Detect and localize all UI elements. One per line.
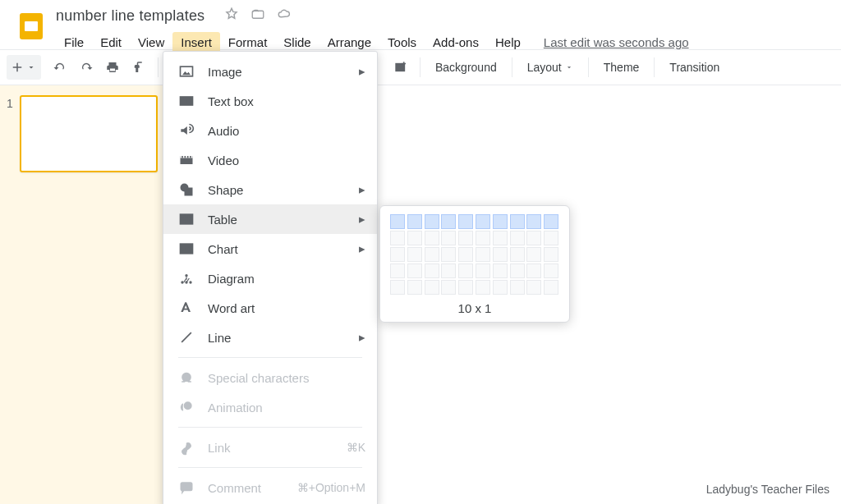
table-cell[interactable]	[544, 280, 558, 295]
menu-file[interactable]: File	[56, 32, 92, 53]
theme-button[interactable]: Theme	[595, 55, 648, 80]
insert-word-art[interactable]: Word art	[163, 293, 377, 323]
table-cell[interactable]	[526, 280, 541, 295]
undo-button[interactable]	[48, 55, 72, 80]
table-cell[interactable]	[526, 247, 541, 262]
table-cell[interactable]	[425, 263, 439, 278]
table-cell[interactable]	[493, 247, 508, 262]
svg-point-15	[185, 402, 191, 409]
insert-video[interactable]: Video	[163, 145, 377, 175]
slide-thumbnail[interactable]	[20, 95, 158, 172]
menu-format[interactable]: Format	[220, 32, 276, 53]
table-cell[interactable]	[493, 214, 508, 229]
table-cell[interactable]	[390, 214, 405, 229]
insert-diagram[interactable]: Diagram	[163, 263, 377, 293]
table-cell[interactable]	[407, 280, 422, 295]
table-icon	[178, 211, 195, 227]
insert-audio[interactable]: Audio	[163, 116, 377, 145]
menu-arrange[interactable]: Arrange	[319, 32, 379, 53]
table-cell[interactable]	[493, 231, 508, 245]
svg-rect-2	[253, 11, 264, 18]
table-cell[interactable]	[458, 280, 473, 295]
menu-view[interactable]: View	[130, 32, 172, 53]
layout-button[interactable]: Layout	[519, 55, 581, 80]
table-cell[interactable]	[390, 247, 405, 262]
table-cell[interactable]	[544, 231, 558, 245]
table-cell[interactable]	[425, 214, 439, 229]
table-cell[interactable]	[441, 231, 456, 245]
menu-item-label: Word art	[208, 301, 255, 315]
table-cell[interactable]	[510, 280, 525, 295]
move-icon[interactable]	[250, 7, 265, 25]
svg-rect-3	[396, 64, 405, 71]
menu-edit[interactable]: Edit	[92, 32, 130, 53]
table-cell[interactable]	[544, 263, 558, 278]
table-cell[interactable]	[441, 263, 456, 278]
table-cell[interactable]	[441, 214, 456, 229]
table-cell[interactable]	[407, 247, 422, 262]
table-cell[interactable]	[458, 263, 473, 278]
star-icon[interactable]	[224, 7, 239, 25]
table-cell[interactable]	[441, 280, 456, 295]
table-cell[interactable]	[476, 247, 490, 262]
menu-insert[interactable]: Insert	[172, 32, 220, 53]
table-cell[interactable]	[476, 280, 490, 295]
insert-table[interactable]: Table▸	[163, 204, 377, 234]
cloud-status-icon[interactable]	[277, 7, 292, 25]
table-cell[interactable]	[544, 214, 558, 229]
shape-icon	[178, 181, 195, 198]
svg-point-11	[181, 281, 183, 283]
table-cell[interactable]	[458, 231, 473, 245]
menu-item-label: Audio	[208, 124, 239, 138]
table-cell[interactable]	[390, 263, 405, 278]
insert-line[interactable]: Line▸	[163, 323, 377, 352]
insert-shape[interactable]: Shape▸	[163, 175, 377, 204]
menu-item-label: Image	[208, 65, 242, 79]
table-cell[interactable]	[476, 214, 490, 229]
paint-format-button[interactable]	[126, 55, 151, 80]
table-cell[interactable]	[526, 263, 541, 278]
table-cell[interactable]	[476, 263, 490, 278]
add-object-button[interactable]	[388, 55, 413, 80]
table-cell[interactable]	[526, 231, 541, 245]
table-cell[interactable]	[510, 247, 525, 262]
table-cell[interactable]	[526, 214, 541, 229]
table-cell[interactable]	[425, 231, 439, 245]
table-cell[interactable]	[390, 231, 405, 245]
table-cell[interactable]	[407, 214, 422, 229]
insert-image[interactable]: Image▸	[163, 57, 377, 86]
table-cell[interactable]	[407, 231, 422, 245]
svg-point-13	[189, 281, 191, 283]
print-button[interactable]	[100, 55, 125, 80]
table-cell[interactable]	[544, 247, 558, 262]
menu-item-label: Table	[208, 213, 237, 227]
wordart-icon	[178, 300, 195, 316]
menu-help[interactable]: Help	[487, 32, 529, 53]
menu-addons[interactable]: Add-ons	[425, 32, 487, 53]
table-cell[interactable]	[425, 280, 439, 295]
transition-button[interactable]: Transition	[661, 55, 728, 80]
table-cell[interactable]	[476, 231, 490, 245]
insert-text-box[interactable]: Text box	[163, 86, 377, 116]
filmstrip: 1	[0, 85, 172, 504]
table-cell[interactable]	[458, 247, 473, 262]
menu-tools[interactable]: Tools	[379, 32, 425, 53]
table-cell[interactable]	[407, 263, 422, 278]
table-cell[interactable]	[510, 214, 525, 229]
table-cell[interactable]	[493, 263, 508, 278]
table-cell[interactable]	[493, 280, 508, 295]
menu-slide[interactable]: Slide	[275, 32, 319, 53]
table-cell[interactable]	[425, 247, 439, 262]
new-slide-button[interactable]	[7, 55, 41, 80]
table-cell[interactable]	[510, 263, 525, 278]
document-title[interactable]: number line templates	[56, 7, 205, 25]
redo-button[interactable]	[74, 55, 99, 80]
table-cell[interactable]	[510, 231, 525, 245]
last-edit-link[interactable]: Last edit was seconds ago	[544, 35, 689, 49]
table-cell[interactable]	[458, 214, 473, 229]
insert-chart[interactable]: Chart▸	[163, 234, 377, 263]
background-button[interactable]: Background	[427, 55, 505, 80]
table-cell[interactable]	[441, 247, 456, 262]
menu-item-label: Line	[208, 331, 231, 345]
table-cell[interactable]	[390, 280, 405, 295]
